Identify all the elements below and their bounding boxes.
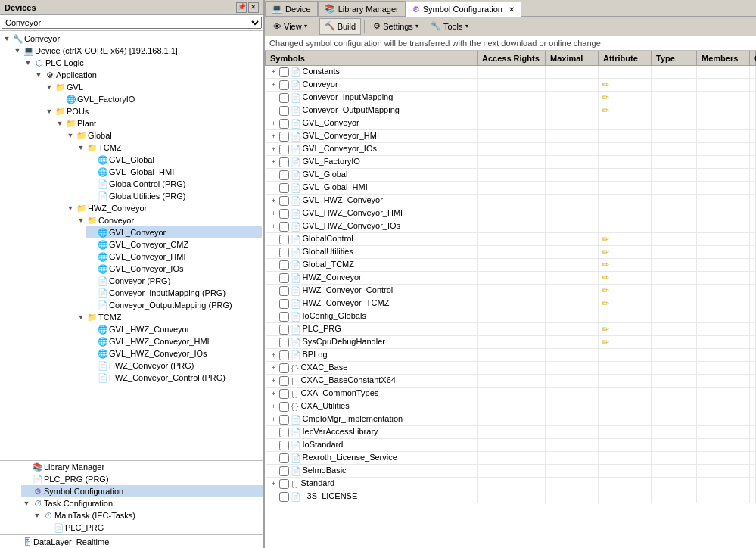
- tree-toggle[interactable]: ▼: [54, 120, 65, 127]
- row-checkbox[interactable]: [279, 389, 289, 399]
- tree-toggle[interactable]: ▼: [33, 71, 44, 79]
- tree-item[interactable]: ▼ ⚙ Application: [33, 69, 262, 81]
- tree-toggle[interactable]: ▼: [2, 35, 12, 42]
- row-checkbox[interactable]: [279, 183, 289, 193]
- table-row[interactable]: +📄Conveyor✏: [266, 79, 756, 92]
- row-checkbox[interactable]: [279, 363, 289, 373]
- tree-item[interactable]: ▼ 💻 Device (ctrlX CORE x64) [192.168.1.1…: [12, 45, 262, 57]
- table-row[interactable]: +📄CmpIoMgr_Implementation: [266, 413, 756, 426]
- table-row[interactable]: +{}Standard: [266, 478, 756, 490]
- table-row[interactable]: 📄GVL_Global_HMI: [266, 182, 756, 195]
- row-expand[interactable]: +: [269, 120, 279, 127]
- row-checkbox[interactable]: [279, 479, 289, 489]
- tree-item-main-task[interactable]: ▼ ⏱ MainTask (IEC-Tasks): [32, 509, 263, 522]
- table-row[interactable]: +{}CXA_CommonTypes: [266, 388, 756, 400]
- settings-button[interactable]: ⚙ Settings ▾: [368, 18, 424, 35]
- tree-toggle[interactable]: ▼: [44, 83, 54, 91]
- row-checkbox[interactable]: [279, 235, 289, 244]
- row-expand[interactable]: +: [269, 390, 279, 397]
- tree-item[interactable]: 🌐 GVL_HWZ_Conveyor: [86, 323, 262, 335]
- table-row[interactable]: 📄IoStandard: [266, 439, 756, 452]
- pin-button[interactable]: 📌: [236, 2, 247, 13]
- table-row[interactable]: +{}CXAC_Base: [266, 362, 756, 375]
- tree-toggle[interactable]: ▼: [32, 512, 42, 519]
- tree-item[interactable]: ▼ 📁 Plant: [54, 117, 262, 129]
- table-row[interactable]: +📄GVL_Conveyor_IOs: [266, 143, 756, 156]
- table-row[interactable]: +{}CXAC_BaseConstantX64: [266, 375, 756, 388]
- tree-item-plc-prg[interactable]: 📄 PLC_PRG (PRG): [21, 473, 263, 485]
- tree-toggle[interactable]: ▼: [65, 204, 76, 212]
- row-checkbox[interactable]: [279, 466, 289, 476]
- row-checkbox[interactable]: [279, 312, 289, 322]
- pencil-icon[interactable]: ✏: [602, 247, 609, 257]
- tree-item[interactable]: 🌐 GVL_FactoryIO: [54, 93, 262, 105]
- row-expand[interactable]: +: [269, 197, 279, 204]
- table-row[interactable]: +📄GVL_Conveyor: [266, 117, 756, 130]
- row-checkbox[interactable]: [279, 286, 289, 296]
- build-button[interactable]: 🔨 Build: [319, 18, 361, 35]
- row-checkbox[interactable]: [279, 260, 289, 270]
- row-checkbox[interactable]: [279, 441, 289, 450]
- tree-item[interactable]: 📄 Conveyor (PRG): [86, 275, 262, 287]
- tools-button[interactable]: 🔧 Tools ▾: [425, 18, 474, 35]
- table-row[interactable]: +📄GVL_FactoryIO: [266, 156, 756, 169]
- pencil-icon[interactable]: ✏: [602, 260, 609, 270]
- pencil-icon[interactable]: ✏: [602, 324, 609, 335]
- row-checkbox[interactable]: [279, 106, 289, 116]
- pencil-icon[interactable]: ✏: [602, 92, 609, 103]
- tree-toggle[interactable]: ▼: [76, 313, 86, 321]
- tree-item[interactable]: ▼ 📁 HWZ_Conveyor: [65, 202, 262, 214]
- tree-toggle[interactable]: ▼: [76, 216, 86, 224]
- row-expand[interactable]: +: [269, 132, 279, 140]
- table-row[interactable]: 📄SelmoBasic: [266, 465, 756, 478]
- table-row[interactable]: 📄SysCpuDebugHandler✏: [266, 336, 756, 349]
- tree-item[interactable]: 📄 HWZ_Conveyor (PRG): [86, 360, 262, 372]
- tree-item[interactable]: ▼ 📁 POUs: [44, 105, 262, 117]
- row-checkbox[interactable]: [279, 196, 289, 206]
- table-row[interactable]: +{}CXA_Utilities: [266, 400, 756, 413]
- row-checkbox[interactable]: [279, 453, 289, 463]
- tree-item-gvl-conveyor[interactable]: 🌐 GVL_Conveyor: [86, 226, 262, 238]
- row-expand[interactable]: +: [269, 480, 279, 487]
- tree-item-datalayer[interactable]: 🗄 DataLayer_Realtime: [11, 536, 263, 548]
- close-button[interactable]: ✕: [248, 2, 259, 13]
- pencil-icon[interactable]: ✏: [602, 298, 609, 309]
- row-checkbox[interactable]: [279, 402, 289, 412]
- table-row[interactable]: 📄GVL_Global: [266, 169, 756, 182]
- tree-item[interactable]: 🌐 GVL_Global_HMI: [86, 166, 262, 178]
- table-row[interactable]: +📄GVL_HWZ_Conveyor_IOs: [266, 220, 756, 233]
- tree-item[interactable]: ▼ ⬡ PLC Logic: [23, 57, 262, 69]
- row-checkbox[interactable]: [279, 248, 289, 257]
- tree-item[interactable]: 📄 HWZ_Conveyor_Control (PRG): [86, 372, 262, 384]
- view-button[interactable]: 👁 View ▾: [268, 18, 313, 35]
- table-row[interactable]: 📄PLC_PRG✏: [266, 323, 756, 336]
- tree-toggle[interactable]: ▼: [65, 132, 76, 139]
- tree-item[interactable]: ▼ 📁 TCMZ: [76, 142, 262, 154]
- row-checkbox[interactable]: [279, 67, 289, 77]
- row-checkbox[interactable]: [279, 157, 289, 167]
- tree-item[interactable]: 🌐 GVL_Global: [86, 154, 262, 166]
- tree-item[interactable]: 🌐 GVL_Conveyor_IOs: [86, 263, 262, 275]
- tree-toggle[interactable]: ▼: [12, 47, 23, 54]
- table-row[interactable]: +📄GVL_Conveyor_HMI: [266, 130, 756, 143]
- tree-item-library-manager[interactable]: 📚 Library Manager: [21, 461, 263, 473]
- tree-toggle[interactable]: ▼: [21, 500, 32, 507]
- table-row[interactable]: 📄HWZ_Conveyor_TCMZ✏: [266, 297, 756, 310]
- tab-library-manager[interactable]: 📚 Library Manager: [318, 1, 406, 16]
- row-expand[interactable]: +: [269, 145, 279, 153]
- row-checkbox[interactable]: [279, 273, 289, 283]
- row-expand[interactable]: +: [269, 158, 279, 166]
- device-selector[interactable]: Conveyor: [2, 17, 262, 29]
- row-expand[interactable]: +: [269, 377, 279, 385]
- row-expand[interactable]: +: [269, 351, 279, 359]
- row-checkbox[interactable]: [279, 170, 289, 180]
- row-expand[interactable]: +: [269, 68, 279, 76]
- table-row[interactable]: 📄Conveyor_OutputMapping✏: [266, 104, 756, 117]
- pencil-icon[interactable]: ✏: [602, 234, 609, 244]
- row-checkbox[interactable]: [279, 80, 289, 90]
- tree-item-plc-prg-task[interactable]: 📄 PLC_PRG: [42, 522, 263, 534]
- table-row[interactable]: 📄HWZ_Conveyor_Control✏: [266, 285, 756, 297]
- tree-item[interactable]: 🌐 GVL_Conveyor_CMZ: [86, 238, 262, 251]
- tree-item[interactable]: 📄 GlobalControl (PRG): [86, 178, 262, 190]
- row-expand[interactable]: +: [269, 81, 279, 89]
